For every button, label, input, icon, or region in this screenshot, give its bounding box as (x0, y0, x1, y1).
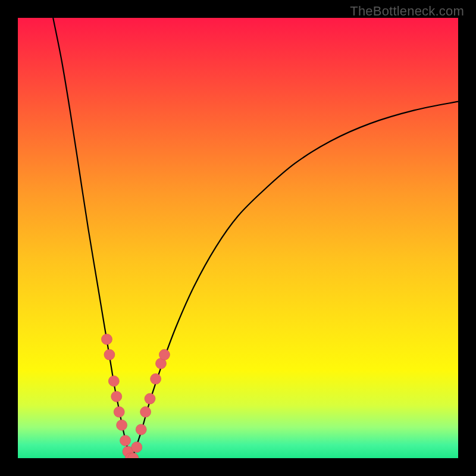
data-marker (101, 334, 112, 345)
data-marker (120, 435, 131, 446)
data-marker (140, 406, 151, 417)
data-marker (145, 393, 155, 404)
data-marker (117, 420, 127, 431)
curve-left (53, 18, 132, 458)
data-marker (136, 424, 146, 435)
data-marker (111, 391, 122, 402)
data-marker (108, 376, 119, 387)
watermark-label: TheBottleneck.com (350, 4, 464, 19)
data-marker (104, 349, 115, 360)
plot-area (18, 18, 458, 458)
outer-frame: TheBottleneck.com (0, 0, 476, 476)
data-marker (114, 406, 124, 417)
data-marker (151, 374, 161, 384)
data-marker (131, 442, 142, 453)
data-marker (159, 349, 170, 360)
curve-right (132, 102, 458, 458)
data-markers (101, 334, 170, 458)
chart-svg (18, 18, 458, 458)
